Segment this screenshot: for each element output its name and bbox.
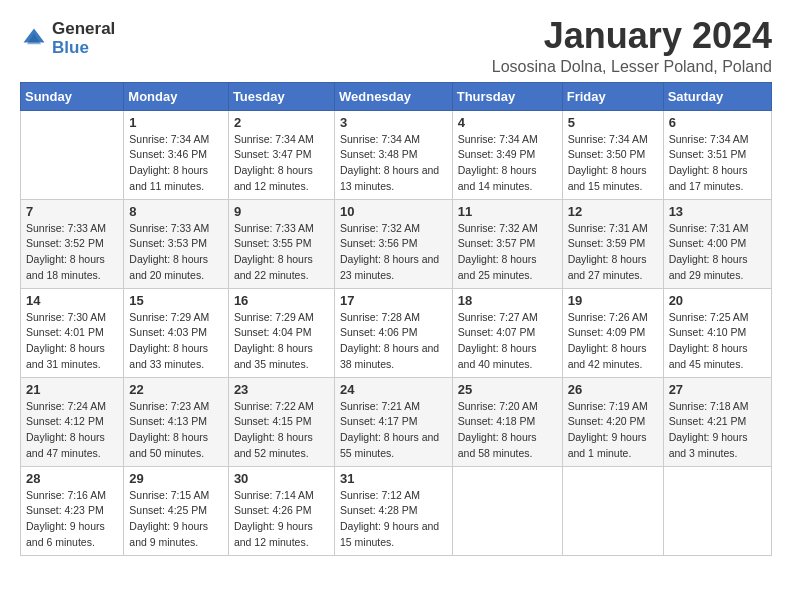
day-number: 16 [234,293,329,308]
calendar-cell: 20 Sunrise: 7:25 AM Sunset: 4:10 PM Dayl… [663,288,771,377]
sunrise: Sunrise: 7:34 AM [234,133,314,145]
calendar-cell: 16 Sunrise: 7:29 AM Sunset: 4:04 PM Dayl… [228,288,334,377]
calendar-cell: 26 Sunrise: 7:19 AM Sunset: 4:20 PM Dayl… [562,377,663,466]
daylight: Daylight: 8 hours and 15 minutes. [568,164,647,192]
sunset: Sunset: 3:51 PM [669,148,747,160]
sunrise: Sunrise: 7:12 AM [340,489,420,501]
sunrise: Sunrise: 7:33 AM [26,222,106,234]
calendar-cell: 11 Sunrise: 7:32 AM Sunset: 3:57 PM Dayl… [452,199,562,288]
day-number: 15 [129,293,223,308]
calendar-week-4: 21 Sunrise: 7:24 AM Sunset: 4:12 PM Dayl… [21,377,772,466]
calendar-cell: 3 Sunrise: 7:34 AM Sunset: 3:48 PM Dayli… [334,110,452,199]
calendar-cell [21,110,124,199]
calendar-week-5: 28 Sunrise: 7:16 AM Sunset: 4:23 PM Dayl… [21,466,772,555]
calendar-cell: 10 Sunrise: 7:32 AM Sunset: 3:56 PM Dayl… [334,199,452,288]
day-number: 26 [568,382,658,397]
col-monday: Monday [124,82,229,110]
day-number: 30 [234,471,329,486]
day-number: 7 [26,204,118,219]
sunset: Sunset: 4:17 PM [340,415,418,427]
sunset: Sunset: 4:00 PM [669,237,747,249]
sunset: Sunset: 3:50 PM [568,148,646,160]
calendar-cell [452,466,562,555]
day-number: 8 [129,204,223,219]
header-row: Sunday Monday Tuesday Wednesday Thursday… [21,82,772,110]
daylight: Daylight: 8 hours and 45 minutes. [669,342,748,370]
daylight: Daylight: 8 hours and 58 minutes. [458,431,537,459]
day-number: 27 [669,382,766,397]
day-number: 2 [234,115,329,130]
logo-blue: Blue [52,39,115,58]
daylight: Daylight: 9 hours and 12 minutes. [234,520,313,548]
daylight: Daylight: 8 hours and 29 minutes. [669,253,748,281]
daylight: Daylight: 8 hours and 55 minutes. [340,431,439,459]
daylight: Daylight: 8 hours and 25 minutes. [458,253,537,281]
calendar-cell: 15 Sunrise: 7:29 AM Sunset: 4:03 PM Dayl… [124,288,229,377]
sunrise: Sunrise: 7:33 AM [234,222,314,234]
calendar-cell: 23 Sunrise: 7:22 AM Sunset: 4:15 PM Dayl… [228,377,334,466]
sunset: Sunset: 3:47 PM [234,148,312,160]
calendar-cell: 4 Sunrise: 7:34 AM Sunset: 3:49 PM Dayli… [452,110,562,199]
sunrise: Sunrise: 7:22 AM [234,400,314,412]
col-wednesday: Wednesday [334,82,452,110]
calendar-cell: 9 Sunrise: 7:33 AM Sunset: 3:55 PM Dayli… [228,199,334,288]
calendar-cell: 2 Sunrise: 7:34 AM Sunset: 3:47 PM Dayli… [228,110,334,199]
logo: General Blue [20,20,115,57]
sunset: Sunset: 4:20 PM [568,415,646,427]
calendar-cell: 17 Sunrise: 7:28 AM Sunset: 4:06 PM Dayl… [334,288,452,377]
calendar-cell: 27 Sunrise: 7:18 AM Sunset: 4:21 PM Dayl… [663,377,771,466]
sunset: Sunset: 4:10 PM [669,326,747,338]
daylight: Daylight: 8 hours and 18 minutes. [26,253,105,281]
sunset: Sunset: 3:52 PM [26,237,104,249]
day-number: 3 [340,115,447,130]
day-number: 28 [26,471,118,486]
logo-general: General [52,20,115,39]
location-subtitle: Lososina Dolna, Lesser Poland, Poland [492,58,772,76]
daylight: Daylight: 8 hours and 35 minutes. [234,342,313,370]
day-number: 20 [669,293,766,308]
sunrise: Sunrise: 7:34 AM [340,133,420,145]
sunrise: Sunrise: 7:29 AM [129,311,209,323]
calendar-cell: 5 Sunrise: 7:34 AM Sunset: 3:50 PM Dayli… [562,110,663,199]
calendar-week-2: 7 Sunrise: 7:33 AM Sunset: 3:52 PM Dayli… [21,199,772,288]
calendar-cell: 25 Sunrise: 7:20 AM Sunset: 4:18 PM Dayl… [452,377,562,466]
sunset: Sunset: 3:53 PM [129,237,207,249]
sunset: Sunset: 4:03 PM [129,326,207,338]
day-number: 17 [340,293,447,308]
daylight: Daylight: 8 hours and 11 minutes. [129,164,208,192]
daylight: Daylight: 8 hours and 13 minutes. [340,164,439,192]
sunset: Sunset: 3:56 PM [340,237,418,249]
calendar-cell: 28 Sunrise: 7:16 AM Sunset: 4:23 PM Dayl… [21,466,124,555]
sunset: Sunset: 3:55 PM [234,237,312,249]
calendar-cell [562,466,663,555]
sunset: Sunset: 4:25 PM [129,504,207,516]
sunrise: Sunrise: 7:14 AM [234,489,314,501]
day-number: 9 [234,204,329,219]
calendar-cell: 6 Sunrise: 7:34 AM Sunset: 3:51 PM Dayli… [663,110,771,199]
day-number: 31 [340,471,447,486]
col-tuesday: Tuesday [228,82,334,110]
calendar-cell: 12 Sunrise: 7:31 AM Sunset: 3:59 PM Dayl… [562,199,663,288]
daylight: Daylight: 8 hours and 12 minutes. [234,164,313,192]
sunrise: Sunrise: 7:32 AM [458,222,538,234]
daylight: Daylight: 8 hours and 31 minutes. [26,342,105,370]
day-number: 13 [669,204,766,219]
calendar-cell: 14 Sunrise: 7:30 AM Sunset: 4:01 PM Dayl… [21,288,124,377]
col-sunday: Sunday [21,82,124,110]
calendar-cell: 18 Sunrise: 7:27 AM Sunset: 4:07 PM Dayl… [452,288,562,377]
sunrise: Sunrise: 7:16 AM [26,489,106,501]
sunset: Sunset: 4:12 PM [26,415,104,427]
month-title: January 2024 [492,16,772,56]
logo-text: General Blue [52,20,115,57]
sunset: Sunset: 3:48 PM [340,148,418,160]
title-block: January 2024 Lososina Dolna, Lesser Pola… [492,16,772,76]
day-number: 19 [568,293,658,308]
daylight: Daylight: 8 hours and 33 minutes. [129,342,208,370]
sunrise: Sunrise: 7:33 AM [129,222,209,234]
day-number: 25 [458,382,557,397]
sunset: Sunset: 4:21 PM [669,415,747,427]
logo-icon [20,25,48,53]
sunrise: Sunrise: 7:30 AM [26,311,106,323]
calendar-cell [663,466,771,555]
day-number: 24 [340,382,447,397]
